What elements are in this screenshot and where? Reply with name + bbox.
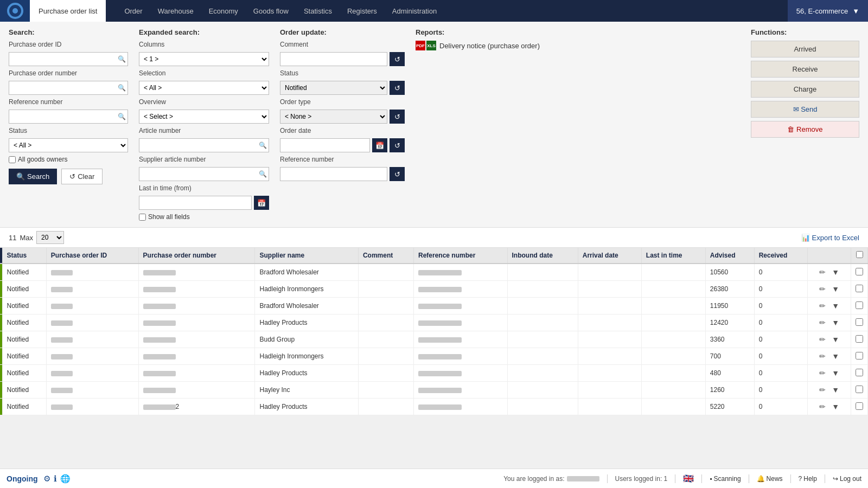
th-po-number[interactable]: Purchase order number [138, 248, 255, 264]
clear-button[interactable]: ↺ Clear [61, 169, 103, 184]
nav-statistics[interactable]: Statistics [296, 0, 340, 22]
export-to-excel-button[interactable]: 📊 Export to Excel [801, 234, 859, 242]
account-selector[interactable]: 56, E-commerce ▼ [788, 0, 868, 22]
search-button[interactable]: 🔍 Search [9, 169, 57, 184]
nav-warehouse[interactable]: Warehouse [150, 0, 201, 22]
xls-icon[interactable]: XLS [426, 41, 436, 50]
select-all-checkbox[interactable] [856, 251, 863, 258]
nav-economy[interactable]: Economy [201, 0, 246, 22]
row-checkbox[interactable] [856, 386, 863, 393]
nav-order[interactable]: Order [117, 0, 150, 22]
row-checkbox[interactable] [856, 268, 863, 275]
edit-button[interactable]: ✏ [817, 368, 828, 378]
arrived-button[interactable]: Arrived [751, 41, 859, 57]
search-icon-3: 🔍 [118, 113, 126, 120]
row-checkbox[interactable] [856, 335, 863, 343]
status-select[interactable]: < All > [9, 138, 128, 152]
edit-button[interactable]: ✏ [817, 284, 828, 294]
expand-button[interactable]: ▼ [829, 317, 841, 328]
expand-button[interactable]: ▼ [829, 384, 841, 395]
th-comment[interactable]: Comment [358, 248, 413, 264]
send-button[interactable]: ✉ Send [751, 101, 859, 118]
th-received[interactable]: Received [754, 248, 807, 264]
row-ref [413, 314, 507, 331]
edit-button[interactable]: ✏ [817, 267, 828, 278]
edit-button[interactable]: ✏ [817, 351, 828, 362]
selection-select[interactable]: < All > [139, 81, 269, 95]
th-last-in[interactable]: Last in time [641, 248, 705, 264]
edit-button[interactable]: ✏ [817, 384, 828, 395]
article-input[interactable] [139, 138, 269, 152]
th-status[interactable]: Status [2, 248, 46, 264]
th-inbound[interactable]: Inbound date [507, 248, 578, 264]
order-date-refresh-btn[interactable]: ↺ [390, 138, 405, 152]
app-logo[interactable] [0, 0, 30, 22]
ou-ref-input[interactable] [280, 167, 387, 181]
row-checkbox[interactable] [856, 402, 863, 410]
max-select[interactable]: 20 50 100 [36, 231, 64, 244]
show-all-checkbox[interactable] [139, 214, 146, 221]
expand-button[interactable]: ▼ [829, 267, 841, 278]
row-checkbox-cell [851, 348, 868, 365]
order-date-input[interactable] [280, 138, 370, 152]
row-advised: 3360 [705, 331, 754, 348]
expand-button[interactable]: ▼ [829, 401, 841, 412]
th-supplier[interactable]: Supplier name [255, 248, 358, 264]
row-ref [413, 298, 507, 314]
expand-button[interactable]: ▼ [829, 284, 841, 294]
row-status: Notified [2, 264, 46, 281]
row-advised: 10560 [705, 264, 754, 281]
th-ref[interactable]: Reference number [413, 248, 507, 264]
pdf-icon[interactable]: PDF [416, 41, 425, 50]
expand-button[interactable]: ▼ [829, 351, 841, 362]
po-id-input[interactable] [9, 52, 128, 66]
ou-status-refresh-btn[interactable]: ↺ [390, 81, 405, 95]
row-checkbox[interactable] [856, 318, 863, 326]
overview-select[interactable]: < Select > [139, 110, 269, 124]
row-actions: ✏ ▼ [808, 348, 851, 365]
comment-refresh-btn[interactable]: ↺ [390, 52, 405, 66]
row-checkbox[interactable] [856, 301, 863, 309]
row-inbound [507, 399, 578, 415]
nav-registers[interactable]: Registers [340, 0, 385, 22]
ou-status-select[interactable]: Notified [280, 81, 387, 95]
ou-ref-refresh-btn[interactable]: ↺ [390, 167, 405, 181]
columns-select[interactable]: < 1 > [139, 52, 269, 66]
last-in-input[interactable] [139, 196, 252, 210]
expand-button[interactable]: ▼ [829, 334, 841, 345]
supplier-article-input[interactable] [139, 167, 269, 181]
row-checkbox[interactable] [856, 369, 863, 376]
edit-button[interactable]: ✏ [817, 300, 828, 311]
row-status: Notified [2, 348, 46, 365]
active-tab[interactable]: Purchase order list [30, 0, 106, 22]
charge-button[interactable]: Charge [751, 81, 859, 98]
order-date-cal-btn[interactable]: 📅 [372, 138, 387, 152]
last-in-calendar-btn[interactable]: 📅 [254, 196, 269, 210]
ref-number-input[interactable] [9, 110, 128, 124]
row-checkbox[interactable] [856, 352, 863, 359]
th-select-all[interactable] [851, 248, 868, 264]
po-number-input[interactable] [9, 81, 128, 95]
expand-button[interactable]: ▼ [829, 300, 841, 311]
nav-goods-flow[interactable]: Goods flow [246, 0, 296, 22]
table-row: Notified Hayley Inc 1260 0 ✏ ▼ [0, 382, 868, 399]
row-actions: ✏ ▼ [808, 298, 851, 314]
order-type-refresh-btn[interactable]: ↺ [390, 110, 405, 124]
order-type-select[interactable]: < None > [280, 110, 387, 124]
comment-input[interactable] [280, 52, 387, 66]
table-row: Notified Hadleigh Ironmongers 700 0 ✏ ▼ [0, 348, 868, 365]
edit-button[interactable]: ✏ [817, 334, 828, 345]
nav-administration[interactable]: Administration [385, 0, 444, 22]
th-po-id[interactable]: Purchase order ID [46, 248, 138, 264]
row-actions: ✏ ▼ [808, 314, 851, 331]
receive-button[interactable]: Receive [751, 61, 859, 78]
remove-button[interactable]: 🗑 Remove [751, 121, 859, 138]
edit-button[interactable]: ✏ [817, 317, 828, 328]
th-arrival[interactable]: Arrival date [578, 248, 641, 264]
row-checkbox[interactable] [856, 285, 863, 292]
all-goods-checkbox[interactable] [9, 156, 16, 163]
th-advised[interactable]: Advised [705, 248, 754, 264]
expand-button[interactable]: ▼ [829, 368, 841, 378]
edit-button[interactable]: ✏ [817, 401, 828, 412]
row-ref [413, 382, 507, 399]
